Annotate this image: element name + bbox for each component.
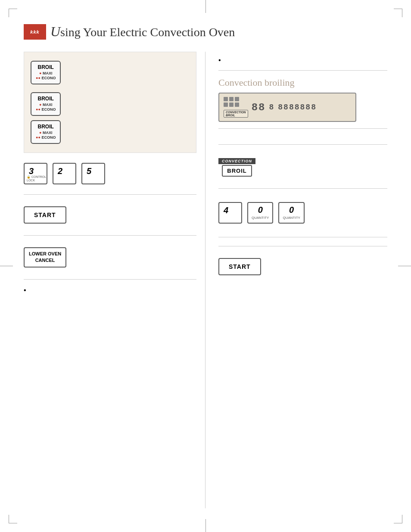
start-button-right[interactable]: START xyxy=(218,258,261,275)
number-button-2[interactable]: 2 xyxy=(53,163,76,184)
oven-digit-5: 8 xyxy=(283,103,288,112)
control-lock-label: 🔒 CONTROLLOCK xyxy=(27,175,46,182)
number-button-3[interactable]: 3 🔒 CONTROLLOCK xyxy=(24,163,47,184)
cross-left xyxy=(0,266,13,266)
oven-seg-4 xyxy=(224,103,228,107)
broil-econo-3: ●● ECONO xyxy=(36,135,56,140)
broil-maxi-1: ● MAXI xyxy=(36,71,56,76)
number-button-4[interactable]: 4 xyxy=(218,202,242,224)
oven-seg-5 xyxy=(229,103,234,107)
oven-digit-6: 8 xyxy=(289,103,294,112)
conv-broil-button-section: CONVECTION BROIL xyxy=(218,145,387,189)
lower-oven-cancel-button[interactable]: LOWER OVENCANCEL xyxy=(24,247,66,268)
oven-digit-2: 8 xyxy=(258,102,265,113)
broil-button-2[interactable]: BROIL ● MAXI ●● ECONO xyxy=(31,92,61,116)
oven-row-1 xyxy=(224,97,248,101)
number-row-2: 4 0 QUANTITY 0 QUANTITY xyxy=(218,199,387,227)
main-content: BROIL ● MAXI ●● ECONO BROIL ● MAXI ●● EC… xyxy=(24,52,387,508)
corner-mark-bl xyxy=(9,515,17,523)
oven-left-panel: CONVECTIONBROIL xyxy=(224,97,248,118)
bullet-right-item: • xyxy=(218,54,387,66)
broil-econo-2: ●● ECONO xyxy=(36,107,56,112)
number-row-1-section: 3 🔒 CONTROLLOCK 2 5 xyxy=(24,153,196,195)
qty2-number: 0 xyxy=(289,205,294,215)
right-column: • Convection broiling xyxy=(206,52,387,508)
oven-row-2 xyxy=(224,103,248,107)
oven-digit-1: 8 xyxy=(252,102,258,113)
broil-label-2: BROIL xyxy=(36,96,56,103)
title-u: U xyxy=(50,24,60,39)
number-button-0-qty2[interactable]: 0 QUANTITY xyxy=(278,202,304,224)
oven-digit-9: 8 xyxy=(305,103,310,112)
lower-cancel-section: LOWER OVENCANCEL xyxy=(24,236,196,280)
title-rest: sing Your Electric Convection Oven xyxy=(60,25,235,39)
spacer-section-1 xyxy=(218,129,387,145)
number-4-label: 4 xyxy=(224,205,228,215)
corner-mark-tl xyxy=(9,9,17,17)
conv-button-top: CONVECTION xyxy=(218,158,255,164)
cross-top xyxy=(206,0,206,13)
oven-digit-7: 8 xyxy=(295,103,299,112)
number-3-label: 3 xyxy=(29,166,34,176)
broil-button-1[interactable]: BROIL ● MAXI ●● ECONO xyxy=(31,61,61,84)
number-2-label: 2 xyxy=(58,166,62,176)
broil-section: BROIL ● MAXI ●● ECONO BROIL ● MAXI ●● EC… xyxy=(24,52,196,153)
number-button-5[interactable]: 5 xyxy=(81,163,105,184)
cross-bottom xyxy=(206,519,206,532)
oven-digit-3: 8 xyxy=(269,103,274,112)
page-title: Using Your Electric Convection Oven xyxy=(50,24,235,40)
start-button-left[interactable]: START xyxy=(24,206,66,224)
corner-mark-tr xyxy=(394,9,402,17)
oven-display: CONVECTIONBROIL 8 8 8 8 8 8 xyxy=(218,93,356,122)
broil-label-1: BROIL xyxy=(36,64,56,71)
number-row-2-section: 4 0 QUANTITY 0 QUANTITY xyxy=(218,189,387,237)
oven-seg-3 xyxy=(235,97,239,101)
oven-seg-1 xyxy=(224,97,228,101)
conv-label-box: CONVECTIONBROIL xyxy=(224,110,248,118)
bullet-dot-left: • xyxy=(24,287,26,294)
header: kkk Using Your Electric Convection Oven xyxy=(24,24,387,40)
qty1-label: QUANTITY xyxy=(252,216,269,220)
oven-seg-2 xyxy=(229,97,234,101)
broil-button-3[interactable]: BROIL ● MAXI ●● ECONO xyxy=(31,120,61,144)
broil-label-3: BROIL xyxy=(36,124,56,131)
bullet-left-section: • xyxy=(24,280,196,300)
corner-mark-br xyxy=(394,515,402,523)
cross-right xyxy=(398,266,411,266)
broil-maxi-2: ● MAXI xyxy=(36,103,56,108)
oven-digit-4: 8 xyxy=(278,103,283,112)
logo-box: kkk xyxy=(24,24,46,40)
left-column: BROIL ● MAXI ●● ECONO BROIL ● MAXI ●● EC… xyxy=(24,52,206,508)
bullet-right-section: • xyxy=(218,52,387,71)
oven-digit-8: 8 xyxy=(300,103,305,112)
convection-broil-button[interactable]: CONVECTION BROIL xyxy=(218,158,255,177)
qty1-number: 0 xyxy=(258,205,263,215)
conv-button-bottom: BROIL xyxy=(222,165,252,177)
number-button-0-qty1[interactable]: 0 QUANTITY xyxy=(247,202,273,224)
oven-digit-10: 8 xyxy=(311,103,316,112)
bullet-dot-right: • xyxy=(218,57,221,64)
spacer-section-2 xyxy=(218,237,387,246)
broil-maxi-3: ● MAXI xyxy=(36,131,56,136)
convection-title: Convection broiling xyxy=(218,77,387,88)
broil-econo-1: ●● ECONO xyxy=(36,76,56,81)
convection-section: Convection broiling CO xyxy=(218,71,387,129)
number-row-1: 3 🔒 CONTROLLOCK 2 5 xyxy=(24,163,196,184)
logo-text: kkk xyxy=(30,29,39,34)
number-5-label: 5 xyxy=(87,166,91,176)
qty2-label: QUANTITY xyxy=(283,216,300,220)
oven-right-digits: 8 8 8 8 8 8 8 8 8 8 xyxy=(252,102,316,113)
bullet-left-item: • xyxy=(24,284,196,296)
oven-seg-6 xyxy=(235,103,239,107)
start-section-left: START xyxy=(24,195,196,236)
start-section-right: START xyxy=(218,246,387,287)
